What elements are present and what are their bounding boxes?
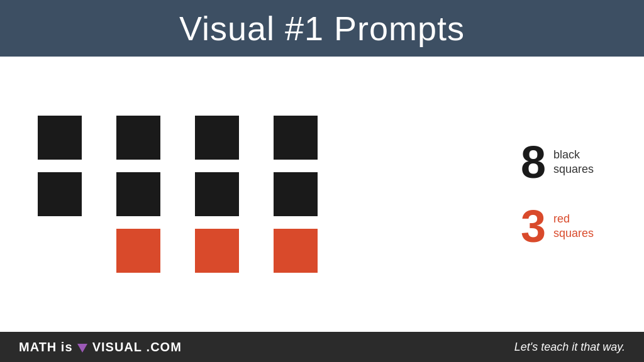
black-square <box>38 172 82 216</box>
footer-logo: MATH is VISUAL .COM <box>19 340 182 354</box>
page-title: Visual #1 Prompts <box>179 9 465 48</box>
black-square <box>195 116 239 160</box>
visual-label: VISUAL <box>92 340 142 354</box>
footer-tagline: Let's teach it that way. <box>514 341 625 354</box>
black-count-text: black squares <box>553 148 594 177</box>
red-count-label: 3 red squares <box>521 204 594 249</box>
black-square <box>116 116 160 160</box>
triangle-icon <box>77 340 88 354</box>
black-square <box>116 172 160 216</box>
black-count-label: 8 black squares <box>521 140 594 185</box>
black-row-1 <box>38 116 318 160</box>
black-square <box>195 172 239 216</box>
math-label: MATH <box>19 340 57 354</box>
red-count-number: 3 <box>521 204 546 249</box>
black-count-number: 8 <box>521 140 546 185</box>
black-square <box>274 172 318 216</box>
squares-area <box>38 116 318 273</box>
red-square <box>195 229 239 273</box>
black-row-2 <box>38 172 318 216</box>
footer-logo-text: MATH is VISUAL .COM <box>19 340 182 354</box>
com-label: .COM <box>147 340 182 354</box>
red-count-text: red squares <box>553 212 594 241</box>
black-square <box>38 116 82 160</box>
red-square <box>116 229 160 273</box>
red-square <box>274 229 318 273</box>
is-label: is <box>61 340 77 354</box>
main-content: 8 black squares 3 red squares <box>0 57 644 332</box>
labels-area: 8 black squares 3 red squares <box>458 140 594 249</box>
red-row <box>38 229 318 273</box>
footer: MATH is VISUAL .COM Let's teach it that … <box>0 332 644 362</box>
black-square <box>274 116 318 160</box>
header: Visual #1 Prompts <box>0 0 644 57</box>
